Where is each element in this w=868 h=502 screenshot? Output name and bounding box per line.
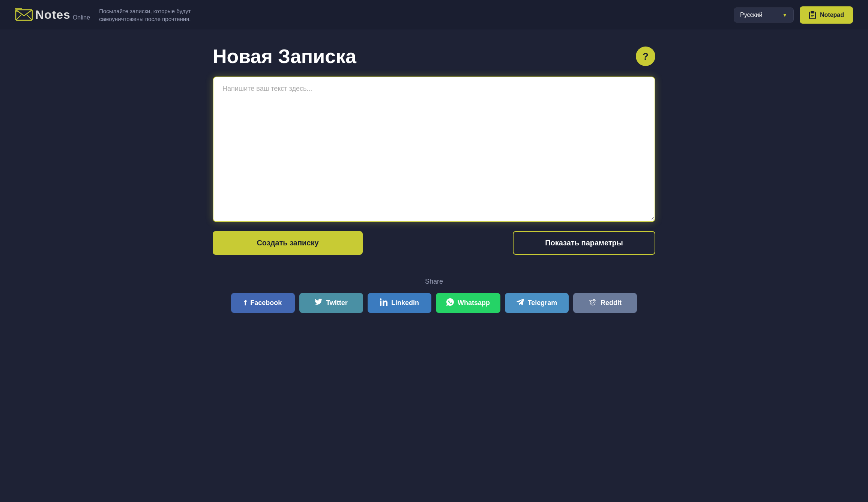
reddit-icon — [589, 298, 597, 308]
note-textarea-wrapper — [213, 77, 655, 222]
page-header: Новая Записка ? — [213, 45, 655, 68]
svg-point-17 — [595, 300, 595, 301]
language-label: Русский — [740, 12, 762, 18]
svg-line-1 — [16, 15, 21, 20]
chevron-down-icon: ▼ — [782, 12, 787, 18]
linkedin-icon — [380, 298, 387, 308]
whatsapp-icon — [446, 298, 454, 308]
page-title: Новая Записка — [213, 45, 356, 68]
site-header: Notes Online Посылайте записки, которые … — [0, 0, 868, 30]
share-reddit-label: Reddit — [601, 299, 622, 307]
share-whatsapp-label: Whatsapp — [458, 299, 490, 307]
show-params-button[interactable]: Показать параметры — [513, 231, 655, 255]
svg-point-15 — [593, 302, 594, 303]
share-twitter-button[interactable]: Twitter — [299, 293, 363, 313]
svg-line-2 — [27, 15, 32, 20]
header-tagline: Посылайте записки, которые будут самоуни… — [99, 7, 204, 23]
help-button[interactable]: ? — [636, 47, 655, 66]
note-textarea[interactable] — [213, 77, 655, 220]
share-twitter-label: Twitter — [326, 299, 348, 307]
logo-online-text: Online — [73, 14, 90, 21]
logo: Notes Online — [15, 8, 90, 23]
share-reddit-button[interactable]: Reddit — [573, 293, 637, 313]
main-content: Новая Записка ? Создать записку Показать… — [190, 30, 678, 328]
svg-point-12 — [380, 298, 381, 300]
share-telegram-label: Telegram — [528, 299, 557, 307]
header-right: Русский ▼ Notepad — [734, 6, 853, 24]
share-linkedin-label: Linkedin — [391, 299, 419, 307]
twitter-icon — [315, 299, 322, 307]
svg-rect-11 — [380, 301, 381, 306]
svg-rect-10 — [811, 11, 814, 13]
language-selector[interactable]: Русский ▼ — [734, 8, 794, 23]
share-label: Share — [425, 278, 443, 286]
create-note-button[interactable]: Создать записку — [213, 231, 363, 255]
share-telegram-button[interactable]: Telegram — [505, 293, 569, 313]
share-facebook-button[interactable]: f Facebook — [231, 293, 295, 313]
facebook-icon: f — [244, 299, 247, 307]
svg-point-14 — [592, 302, 592, 303]
notepad-button-label: Notepad — [820, 12, 844, 18]
notepad-button[interactable]: Notepad — [800, 6, 853, 24]
section-divider — [213, 267, 655, 267]
action-buttons-row: Создать записку Показать параметры — [213, 231, 655, 255]
logo-notes-text: Notes — [35, 8, 71, 22]
share-buttons-group: f Facebook Twitter — [231, 293, 637, 313]
telegram-icon — [517, 298, 524, 308]
svg-point-18 — [590, 301, 591, 301]
share-section: Share f Facebook Twitter — [213, 278, 655, 313]
header-left: Notes Online Посылайте записки, которые … — [15, 7, 204, 23]
svg-point-13 — [590, 300, 595, 305]
logo-envelope-icon — [15, 8, 33, 23]
share-facebook-label: Facebook — [250, 299, 282, 307]
notepad-icon — [809, 11, 816, 19]
share-linkedin-button[interactable]: Linkedin — [368, 293, 431, 313]
share-whatsapp-button[interactable]: Whatsapp — [436, 293, 500, 313]
